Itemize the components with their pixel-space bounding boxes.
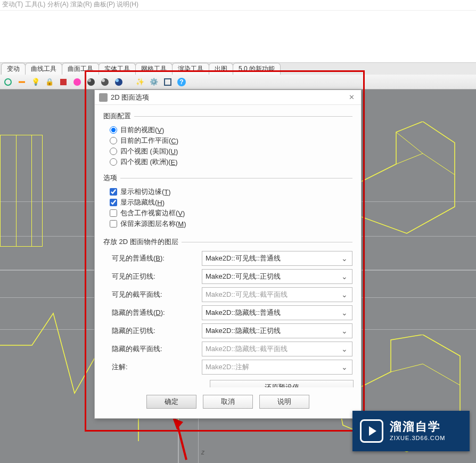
check-keep-layer-names[interactable]: 保留来源图层名称(M) — [110, 219, 352, 229]
check-viewport-frame-input[interactable] — [110, 209, 117, 217]
sphere3-icon[interactable] — [113, 76, 125, 88]
dialog-icon — [99, 93, 108, 102]
watermark-url: ZIXUE.3D66.COM — [390, 435, 445, 441]
check-tangent-edges-input[interactable] — [110, 188, 117, 196]
dialog-titlebar: 2D 图面选项 ✕ — [95, 90, 361, 105]
layer-label: 可见的普通线(B): — [103, 254, 196, 263]
play-icon — [360, 419, 383, 443]
radio-4view-eu[interactable]: 四个视图 (欧洲)(E) — [110, 157, 352, 167]
sphere2-icon[interactable] — [99, 76, 111, 88]
radio-4view-eu-input[interactable] — [110, 158, 117, 166]
paint-icon[interactable] — [58, 76, 69, 88]
dialog-button-row: 确定 取消 说明 — [95, 387, 361, 418]
restore-defaults-button[interactable]: 还原预设值 — [210, 380, 354, 387]
close-icon[interactable]: ✕ — [346, 92, 357, 103]
layer-select-hidden-clipping[interactable]: Make2D::隐藏线::截平面线 — [202, 342, 352, 356]
layer-label: 可见的正切线: — [103, 272, 196, 281]
tab-solid-tools[interactable]: 实体工具 — [99, 63, 136, 75]
svg-point-8 — [116, 79, 119, 82]
layer-select-visible-tangent[interactable]: Make2D::可见线::正切线 — [202, 269, 352, 284]
layer-select-visible-clipping[interactable]: Make2D::可见线::截平面线 — [202, 287, 352, 302]
help-button[interactable]: 说明 — [259, 395, 309, 409]
group-options: 选项 — [103, 173, 352, 183]
layer-row-hidden-tangent: 隐藏的正切线: Make2D::隐藏线::正切线 — [103, 323, 352, 338]
tab-drafting[interactable]: 出图 — [209, 63, 233, 75]
tab-curve-tools[interactable]: 曲线工具 — [25, 63, 62, 75]
layer-label: 隐藏的普通线(D): — [103, 308, 196, 318]
lock-icon[interactable]: 🔒 — [44, 76, 55, 88]
radio-current-cplane[interactable]: 目前的工作平面(C) — [110, 136, 352, 145]
sphere1-icon[interactable] — [85, 76, 97, 88]
check-hidden-lines[interactable]: 显示隐藏线(H) — [110, 198, 352, 207]
tab-mesh-tools[interactable]: 网格工具 — [135, 63, 173, 75]
tab-transform[interactable]: 变动 — [1, 63, 26, 75]
layer-label: 隐藏的截平面线: — [103, 344, 196, 354]
check-hidden-lines-input[interactable] — [110, 199, 117, 206]
svg-text:?: ? — [179, 78, 183, 86]
layer-select-hidden-tangent[interactable]: Make2D::隐藏线::正切线 — [202, 323, 352, 338]
check-viewport-frame[interactable]: 包含工作视窗边框(V) — [110, 208, 352, 218]
radio-4view-usa-input[interactable] — [110, 148, 117, 155]
layer-label: 隐藏的正切线: — [103, 326, 196, 336]
group-layers: 存放 2D 图面物件的图层 — [103, 237, 352, 247]
tab-render-tools[interactable]: 渲染工具 — [172, 63, 209, 75]
tab-surface-tools[interactable]: 曲面工具 — [62, 63, 99, 75]
layer-row-visible-clipping: 可见的截平面线: Make2D::可见线::截平面线 — [103, 287, 352, 302]
crop-icon[interactable] — [162, 76, 174, 88]
radio-current-view-input[interactable] — [110, 126, 117, 134]
star-icon[interactable]: ✨ — [134, 76, 146, 88]
check-keep-layer-names-input[interactable] — [110, 220, 117, 228]
check-tangent-edges[interactable]: 显示相切边缘(T) — [110, 187, 352, 197]
ok-button[interactable]: 确定 — [146, 395, 196, 409]
blank-area — [0, 11, 476, 63]
svg-point-4 — [88, 79, 91, 82]
layer-label: 可见的截平面线: — [103, 290, 196, 299]
make2d-dialog: 2D 图面选项 ✕ 图面配置 目前的视图(V) 目前的工作平面(C) 四个视图 … — [94, 90, 362, 419]
watermark-title: 溜溜自学 — [390, 421, 445, 433]
watermark: 溜溜自学 ZIXUE.3D66.COM — [352, 411, 470, 451]
layer-row-visible-normal: 可见的普通线(B): Make2D::可见线::普通线 — [103, 251, 352, 266]
svg-point-0 — [5, 79, 11, 85]
menu-bar: 变动(T) 工具(L) 分析(A) 渲染(R) 曲板(P) 说明(H) — [0, 0, 476, 11]
gear-icon[interactable]: ⚙️ — [148, 76, 160, 88]
refresh-icon[interactable] — [2, 76, 14, 88]
tab-v5-new[interactable]: 5.0 的新功能 — [233, 63, 281, 75]
layer-row-visible-tangent: 可见的正切线: Make2D::可见线::正切线 — [103, 269, 352, 284]
radio-4view-usa[interactable]: 四个视图 (美国)(U) — [110, 147, 352, 156]
axis-z-label: z — [201, 449, 204, 456]
layer-row-hidden-clipping: 隐藏的截平面线: Make2D::隐藏线::截平面线 — [103, 342, 352, 356]
group-drawing-config: 图面配置 — [103, 111, 352, 121]
lightbulb-icon[interactable]: 💡 — [30, 76, 42, 88]
color-wheel-icon[interactable] — [71, 76, 83, 88]
layer-select-hidden-normal[interactable]: Make2D::隐藏线::普通线 — [202, 305, 352, 320]
cancel-button[interactable]: 取消 — [203, 395, 253, 409]
svg-rect-1 — [60, 79, 67, 85]
radio-current-cplane-input[interactable] — [110, 137, 117, 144]
tab-bar: 变动 曲线工具 曲面工具 实体工具 网格工具 渲染工具 出图 5.0 的新功能 — [0, 63, 476, 75]
layer-select-annotation[interactable]: Make2D::注解 — [202, 360, 352, 375]
radio-current-view[interactable]: 目前的视图(V) — [110, 125, 352, 135]
dialog-body: 图面配置 目前的视图(V) 目前的工作平面(C) 四个视图 (美国)(U) 四个… — [95, 105, 361, 387]
svg-point-6 — [102, 79, 105, 82]
toolbar: 💡 🔒 ✨ ⚙️ ? — [0, 75, 476, 90]
svg-rect-9 — [165, 79, 171, 85]
layer-label: 注解: — [103, 362, 196, 372]
layer-select-visible-normal[interactable]: Make2D::可见线::普通线 — [202, 251, 352, 266]
help-icon[interactable]: ? — [176, 76, 187, 88]
dialog-title-text: 2D 图面选项 — [111, 93, 149, 102]
layer-row-annotation: 注解: Make2D::注解 — [103, 360, 352, 375]
link-icon[interactable] — [16, 76, 28, 88]
layer-row-hidden-normal: 隐藏的普通线(D): Make2D::隐藏线::普通线 — [103, 305, 352, 320]
svg-point-2 — [73, 78, 81, 86]
